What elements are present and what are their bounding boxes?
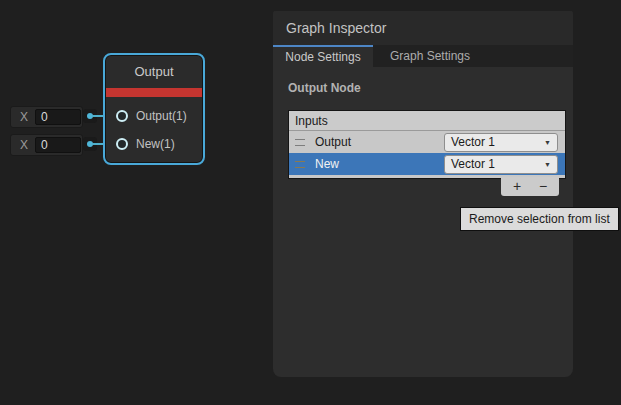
tab-strip: Node Settings Graph Settings	[273, 45, 573, 67]
tab-graph-settings[interactable]: Graph Settings	[373, 45, 487, 67]
type-dropdown[interactable]: Vector 1 ▼	[444, 155, 558, 174]
inputs-list-header: Inputs	[289, 111, 565, 131]
chevron-down-icon: ▼	[544, 139, 551, 146]
input-port-icon[interactable]	[116, 110, 128, 122]
section-title: Output Node	[288, 81, 573, 95]
x-value-input[interactable]: 0	[35, 137, 81, 153]
input-port-icon[interactable]	[116, 138, 128, 150]
remove-item-button[interactable]: −	[530, 177, 556, 196]
row-name: Output	[315, 135, 351, 149]
node-divider-red-bar	[106, 88, 202, 97]
chevron-down-icon: ▼	[544, 161, 551, 168]
port-row: New(1)	[105, 137, 203, 151]
type-dropdown[interactable]: Vector 1 ▼	[444, 133, 558, 152]
add-item-button[interactable]: +	[504, 177, 530, 196]
graph-inspector-panel: Graph Inspector Node Settings Graph Sett…	[273, 11, 573, 377]
list-item-new[interactable]: New Vector 1 ▼	[289, 153, 565, 175]
drag-handle-icon[interactable]	[295, 139, 305, 146]
x-field-label: X	[20, 110, 28, 124]
tooltip: Remove selection from list	[460, 207, 619, 231]
tab-node-settings[interactable]: Node Settings	[273, 45, 373, 67]
x-value-input[interactable]: 0	[35, 109, 81, 125]
row-name: New	[315, 157, 339, 171]
dropdown-value: Vector 1	[451, 157, 495, 171]
x-field-label: X	[20, 138, 28, 152]
output-node[interactable]: Output Output(1) New(1)	[103, 53, 205, 165]
inputs-list: Inputs Output Vector 1 ▼ New Vector 1 ▼	[288, 110, 566, 179]
dropdown-value: Vector 1	[451, 135, 495, 149]
tooltip-text: Remove selection from list	[469, 212, 610, 226]
port-row: Output(1)	[105, 109, 203, 123]
x-field-1: X 0	[10, 106, 83, 128]
port-label: Output(1)	[136, 109, 187, 123]
drag-handle-icon[interactable]	[295, 161, 305, 168]
port-label: New(1)	[136, 137, 175, 151]
list-button-bar: + −	[501, 177, 559, 196]
x-field-2: X 0	[10, 134, 83, 156]
panel-header: Graph Inspector	[273, 11, 573, 45]
panel-title: Graph Inspector	[286, 20, 386, 36]
list-item-output[interactable]: Output Vector 1 ▼	[289, 131, 565, 153]
node-title: Output	[105, 55, 203, 88]
